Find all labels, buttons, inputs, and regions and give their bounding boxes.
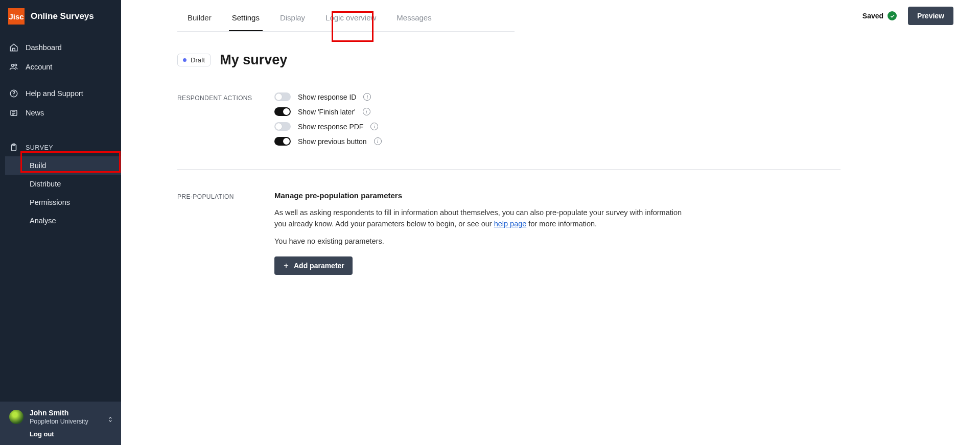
title-row: Draft My survey xyxy=(177,52,841,68)
sidebar-section-survey: SURVEY xyxy=(0,138,121,156)
sidebar-item-analyse[interactable]: Analyse xyxy=(5,212,121,230)
logout-link[interactable]: Log out xyxy=(30,430,88,438)
prepopulation-content: Manage pre-population parameters As well… xyxy=(274,191,841,275)
toggle-label: Show 'Finish later' xyxy=(298,108,356,116)
sidebar: Jisc Online Surveys Dashboard Account He… xyxy=(0,0,121,445)
prepop-text-part1: As well as asking respondents to fill in… xyxy=(274,208,682,228)
sidebar-item-label: Account xyxy=(26,63,52,71)
sidebar-item-label: Help and Support xyxy=(26,89,83,98)
tab-builder[interactable]: Builder xyxy=(177,0,222,31)
divider xyxy=(177,169,841,170)
sidebar-item-label: Distribute xyxy=(30,180,61,188)
primary-nav: Dashboard Account Help and Support News … xyxy=(0,33,121,230)
sidebar-item-label: News xyxy=(26,109,44,117)
switch-org-icon[interactable] xyxy=(107,416,114,423)
svg-point-3 xyxy=(13,95,14,96)
info-icon[interactable]: i xyxy=(374,137,382,145)
sidebar-item-build[interactable]: Build xyxy=(5,156,121,175)
saved-indicator: Saved xyxy=(862,11,897,20)
sidebar-item-label: Permissions xyxy=(30,198,70,206)
toggle-row-previous-button: Show previous button i xyxy=(274,137,841,146)
toggle-label: Show response PDF xyxy=(298,123,363,131)
info-icon[interactable]: i xyxy=(363,108,370,115)
toggle-row-response-id: Show response ID i xyxy=(274,92,841,101)
tab-label: Messages xyxy=(396,13,431,22)
tab-display[interactable]: Display xyxy=(270,0,315,31)
check-circle-icon xyxy=(888,11,897,20)
status-label: Draft xyxy=(191,56,205,64)
tab-messages[interactable]: Messages xyxy=(386,0,441,31)
home-icon xyxy=(9,43,18,52)
help-icon xyxy=(9,89,18,98)
svg-point-0 xyxy=(12,64,14,67)
help-page-link[interactable]: help page xyxy=(494,220,527,228)
tab-logic-overview[interactable]: Logic overview xyxy=(315,0,386,31)
preview-button[interactable]: Preview xyxy=(908,7,953,25)
tabs: Builder Settings Display Logic overview … xyxy=(177,0,515,32)
sidebar-item-account[interactable]: Account xyxy=(0,57,121,77)
survey-subnav: Build Distribute Permissions Analyse xyxy=(0,156,121,230)
plus-icon xyxy=(283,262,290,269)
info-icon[interactable]: i xyxy=(363,93,371,101)
sidebar-footer: John Smith Poppleton University Log out xyxy=(0,402,121,445)
settings-grid: RESPONDENT ACTIONS Show response ID i Sh… xyxy=(177,92,841,275)
tab-label: Logic overview xyxy=(325,13,376,22)
avatar xyxy=(9,410,24,424)
sidebar-item-label: Analyse xyxy=(30,217,56,225)
tab-settings[interactable]: Settings xyxy=(222,0,270,31)
svg-point-1 xyxy=(15,64,17,66)
top-actions: Saved Preview xyxy=(862,7,953,25)
toggle-row-response-pdf: Show response PDF i xyxy=(274,122,841,131)
toggle-show-response-id[interactable] xyxy=(274,92,291,101)
sidebar-item-dashboard[interactable]: Dashboard xyxy=(0,38,121,57)
toggle-label: Show response ID xyxy=(298,93,356,101)
prepop-text-part2: for more information. xyxy=(526,220,597,228)
section-label-respondent-actions: RESPONDENT ACTIONS xyxy=(177,92,274,166)
sidebar-item-label: Build xyxy=(30,161,46,170)
add-parameter-button[interactable]: Add parameter xyxy=(274,256,353,275)
tab-label: Display xyxy=(280,13,305,22)
user-meta: John Smith Poppleton University Log out xyxy=(30,409,88,438)
status-dot-icon xyxy=(183,58,186,62)
tab-label: Settings xyxy=(232,13,260,22)
news-icon xyxy=(9,108,18,118)
brand-title: Online Surveys xyxy=(31,11,94,21)
toggle-list: Show response ID i Show 'Finish later' i… xyxy=(274,92,841,166)
saved-label: Saved xyxy=(862,12,883,20)
no-params-message: You have no existing parameters. xyxy=(274,237,841,245)
user-name: John Smith xyxy=(30,409,88,417)
toggle-show-previous-button[interactable] xyxy=(274,137,291,146)
brand-logo: Jisc xyxy=(8,8,25,25)
prepop-description: As well as asking respondents to fill in… xyxy=(274,207,693,230)
content: Draft My survey RESPONDENT ACTIONS Show … xyxy=(121,32,867,275)
user-org: Poppleton University xyxy=(30,418,88,425)
clipboard-icon xyxy=(9,143,18,152)
prepop-title: Manage pre-population parameters xyxy=(274,191,841,200)
toggle-show-response-pdf[interactable] xyxy=(274,122,291,131)
sidebar-item-distribute[interactable]: Distribute xyxy=(5,175,121,193)
tab-label: Builder xyxy=(188,13,212,22)
sidebar-item-help[interactable]: Help and Support xyxy=(0,84,121,103)
toggle-label: Show previous button xyxy=(298,137,367,146)
sidebar-section-label: SURVEY xyxy=(26,144,53,151)
toggle-show-finish-later[interactable] xyxy=(274,107,291,116)
sidebar-item-news[interactable]: News xyxy=(0,103,121,123)
add-parameter-label: Add parameter xyxy=(294,262,344,270)
page-title: My survey xyxy=(220,52,287,68)
users-icon xyxy=(9,62,18,72)
section-label-prepopulation: PRE-POPULATION xyxy=(177,191,274,275)
sidebar-item-label: Dashboard xyxy=(26,43,62,52)
brand: Jisc Online Surveys xyxy=(0,0,121,33)
status-badge: Draft xyxy=(177,54,211,66)
main: Builder Settings Display Logic overview … xyxy=(121,0,980,445)
toggle-row-finish-later: Show 'Finish later' i xyxy=(274,107,841,116)
info-icon[interactable]: i xyxy=(370,123,378,130)
sidebar-item-permissions[interactable]: Permissions xyxy=(5,193,121,212)
topbar: Builder Settings Display Logic overview … xyxy=(121,0,980,32)
